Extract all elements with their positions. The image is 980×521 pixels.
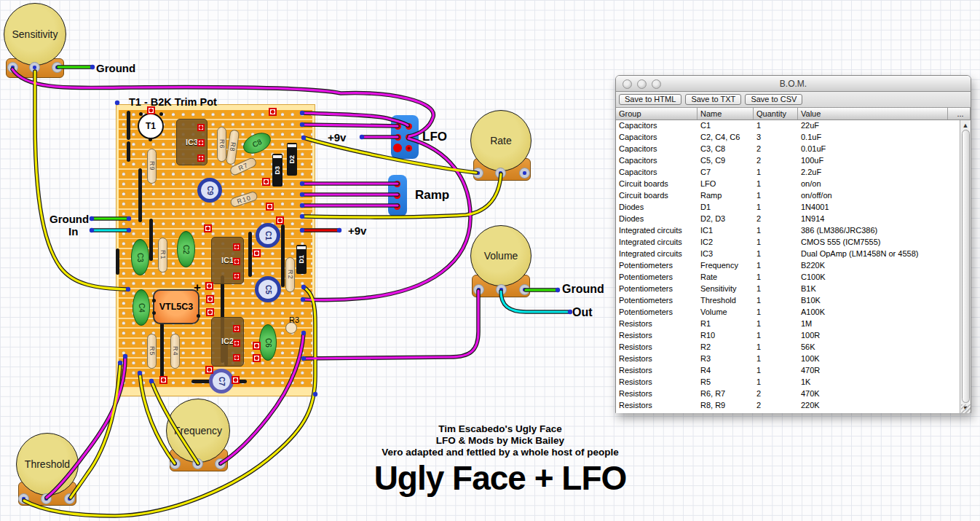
board-component-r2[interactable]: R2	[285, 257, 295, 292]
solder-pad[interactable]	[197, 139, 205, 146]
board-component-d3[interactable]: D3	[272, 154, 282, 187]
board-component-c2[interactable]: C2	[177, 231, 195, 267]
board-component-c9[interactable]: C9	[197, 178, 222, 203]
solder-pad[interactable]	[233, 258, 240, 265]
bom-row[interactable]: DiodesD2, D321N914	[616, 214, 971, 225]
board-component-vtl5c3[interactable]: VTL5C3	[153, 289, 199, 324]
solder-pad[interactable]	[232, 376, 240, 384]
solder-pad[interactable]	[253, 249, 261, 257]
column-header-group[interactable]: Group	[616, 108, 698, 120]
solder-pad[interactable]	[197, 124, 205, 131]
solder-pad[interactable]	[233, 273, 240, 280]
board-component-r5[interactable]: R5	[147, 334, 157, 369]
bom-row[interactable]: CapacitorsC1122uF	[616, 120, 971, 132]
save-to-html-button[interactable]: Save to HTML	[619, 94, 681, 105]
wire-board-threshold-right[interactable]	[71, 363, 120, 498]
pot-lug[interactable]	[170, 458, 181, 469]
wire-board-lfo-2[interactable]	[302, 125, 398, 126]
pot-knob[interactable]: Sensitivity	[4, 3, 66, 66]
bom-row[interactable]: ResistorsR8, R92220K	[616, 400, 971, 412]
solder-pad[interactable]	[266, 203, 274, 211]
solder-pad[interactable]	[206, 295, 214, 303]
pot-lug[interactable]	[192, 458, 203, 469]
save-to-txt-button[interactable]: Save to TXT	[685, 94, 741, 105]
solder-pad[interactable]	[205, 366, 213, 374]
column-header-name[interactable]: Name	[698, 108, 754, 120]
save-to-csv-button[interactable]: Save to CSV	[745, 94, 802, 105]
pot-lug[interactable]	[41, 493, 52, 504]
solder-pad[interactable]	[197, 154, 205, 162]
pot-lug[interactable]	[18, 493, 29, 504]
ramp-switch[interactable]	[388, 175, 407, 216]
wire-link[interactable]	[127, 141, 130, 162]
pot-lug[interactable]	[496, 284, 507, 295]
bom-row[interactable]: DiodesD111N4001	[616, 202, 971, 214]
bom-row[interactable]: PotentiometersVolume1A100K	[616, 307, 971, 318]
lfo-switch[interactable]	[391, 115, 419, 159]
bom-row[interactable]: Integrated circuitsIC31Dual OpAmp (LM145…	[616, 248, 971, 260]
bom-row[interactable]: PotentiometersSensitivity1B1K	[616, 283, 971, 295]
board-component-r9[interactable]: R9	[147, 149, 157, 184]
bom-row[interactable]: ResistorsR511K	[616, 377, 971, 388]
pot-lug[interactable]	[29, 62, 40, 73]
pot-lug[interactable]	[519, 168, 530, 179]
scroll-up-arrow-icon[interactable]: ▲	[962, 122, 969, 129]
board-component-d1[interactable]: D1	[296, 245, 307, 274]
pot-lug[interactable]	[52, 62, 63, 73]
solder-pad[interactable]	[206, 308, 214, 316]
bom-row[interactable]: Integrated circuitsIC11386 (LM386/JRC386…	[616, 225, 971, 237]
solder-pad[interactable]	[159, 376, 167, 384]
solder-pad[interactable]	[205, 282, 213, 290]
bom-row[interactable]: ResistorsR6, R72470K	[616, 388, 971, 400]
pot-knob[interactable]: Rate	[470, 110, 532, 171]
bom-titlebar[interactable]: B.O.M.	[616, 76, 971, 92]
column-header-value[interactable]: Value	[798, 108, 948, 120]
solder-pad[interactable]	[233, 354, 240, 361]
solder-pad[interactable]	[233, 340, 240, 347]
bom-row[interactable]: Integrated circuitsIC21CMOS 555 (ICM7555…	[616, 237, 971, 248]
solder-pad[interactable]	[262, 178, 270, 186]
bom-row[interactable]: CapacitorsC3, C820.01uF	[616, 144, 971, 155]
board-component-c5[interactable]: C5	[255, 276, 281, 302]
solder-pad[interactable]	[204, 224, 212, 232]
solder-pad[interactable]	[233, 243, 240, 251]
wire-link[interactable]	[127, 111, 130, 140]
wire-lfo-board[interactable]	[304, 138, 470, 300]
wire-link[interactable]	[138, 168, 142, 222]
wire-link[interactable]	[116, 248, 119, 275]
solder-pad[interactable]	[269, 108, 277, 116]
pot-lug[interactable]	[7, 62, 18, 73]
wire-volume-board[interactable]	[304, 291, 478, 359]
column-options-button[interactable]: ...	[948, 108, 971, 120]
pot-lug[interactable]	[473, 168, 483, 179]
board-component-r1[interactable]: R1	[158, 238, 167, 273]
bom-row[interactable]: ResistorsR31100K	[616, 353, 971, 365]
scrollbar-thumb[interactable]	[962, 130, 970, 403]
board-component-r6[interactable]: R6	[217, 127, 226, 162]
bom-row[interactable]: PotentiometersFrequency1B220K	[616, 260, 971, 272]
bom-row[interactable]: Circuit boardsRamp1on/off/on	[616, 190, 971, 202]
bom-row[interactable]: ResistorsR41470R	[616, 365, 971, 377]
bom-row[interactable]: Circuit boardsLFO1on/on	[616, 179, 971, 190]
wire-link[interactable]	[149, 219, 153, 261]
board-component-ic1[interactable]: IC1	[211, 237, 244, 284]
bom-row[interactable]: CapacitorsC712.2uF	[616, 167, 971, 179]
wire-sensitivity-board[interactable]	[35, 71, 127, 289]
solder-pad[interactable]	[253, 342, 261, 350]
bom-row[interactable]: CapacitorsC5, C92100uF	[616, 155, 971, 167]
pot-lug[interactable]	[495, 168, 506, 179]
pot-lug[interactable]	[64, 493, 75, 504]
board-component-ic2[interactable]: IC2	[211, 317, 244, 367]
pot-knob[interactable]: Volume	[470, 225, 532, 286]
bom-window[interactable]: B.O.M. Save to HTML Save to TXT Save to …	[615, 75, 971, 413]
board-component-c6[interactable]: C6	[259, 324, 277, 361]
board-component-c4[interactable]: C4	[133, 289, 150, 326]
pot-knob[interactable]: Threshold	[16, 433, 79, 495]
board-component-ic3[interactable]: IC3	[176, 119, 208, 165]
wire-link[interactable]	[281, 224, 285, 287]
resize-grip[interactable]	[961, 404, 971, 413]
wire-link[interactable]	[248, 232, 252, 277]
bom-row[interactable]: PotentiometersRate1C100K	[616, 272, 971, 283]
pot-lug[interactable]	[473, 284, 484, 295]
solder-pad[interactable]	[276, 216, 284, 224]
